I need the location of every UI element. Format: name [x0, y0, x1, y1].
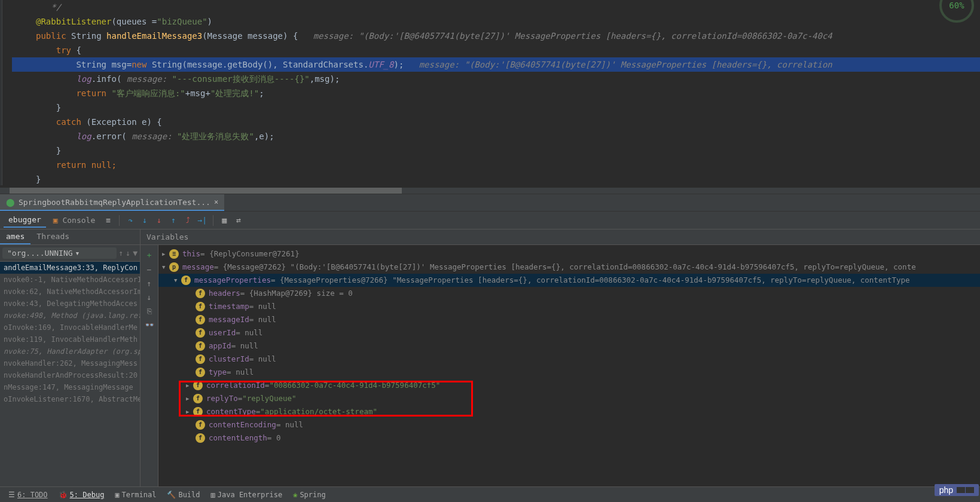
frames-list[interactable]: andleEmailMessage3:33, ReplyConnvoke0:-1… [0, 262, 140, 489]
code-line: log.info( message: "---consumer接收到消息----… [12, 72, 980, 86]
variables-tree[interactable]: ▶ ≡this = {ReplyConsumer@7261} ▼ pmessag… [158, 245, 980, 489]
chevron-down-icon: ▾ [75, 249, 80, 258]
variable-row[interactable]: ▶ freplyTo = "replyQueue" [158, 392, 980, 405]
test-icon: ⬤ [6, 198, 15, 207]
frame-row[interactable]: andleEmailMessage3:33, ReplyCon [0, 262, 140, 274]
trace-icon[interactable]: ⇄ [233, 215, 245, 226]
field-icon: f [193, 381, 203, 390]
field-icon: f [196, 341, 205, 351]
thread-dropdown[interactable]: "org....UNNING ▾ [2, 247, 117, 259]
debugger-tab[interactable]: ebugger [4, 213, 46, 228]
variable-row[interactable]: ▶ fcontentType = "application/octet-stre… [158, 405, 980, 418]
build-button[interactable]: 🔨 Build [163, 489, 203, 500]
step-out-icon[interactable]: ↑ [167, 215, 179, 226]
param-icon: p [169, 262, 179, 272]
remove-watch-icon[interactable]: − [147, 265, 152, 274]
vars-toolbar: ＋ − ↑ ↓ ⎘ 👓 [141, 245, 158, 489]
variable-row[interactable]: fuserId = null [158, 326, 980, 339]
close-icon[interactable]: × [214, 198, 218, 206]
field-icon: f [193, 407, 203, 417]
field-icon: f [196, 354, 205, 364]
bug-icon: 🐞 [59, 491, 68, 499]
frame-row[interactable]: oInvoke:169, InvocableHandlerMe [0, 322, 140, 333]
threads-tab[interactable]: Threads [30, 229, 75, 244]
frames-panel: ames Threads "org....UNNING ▾ ↑ ↓ ▼ andl… [0, 229, 141, 489]
code-line: return "客户端响应消息:"+msg+"处理完成!"; [12, 86, 980, 100]
variable-row[interactable]: fmessageId = null [158, 313, 980, 326]
prev-frame-icon[interactable]: ↑ [119, 249, 124, 258]
evaluate-icon[interactable]: ▦ [218, 215, 230, 226]
filter-icon[interactable]: ▼ [133, 249, 138, 258]
php-watermark: php [935, 484, 979, 496]
terminal-icon: ▣ [115, 491, 119, 499]
statusbar: ☰ 6: TODO 🐞 5: Debug ▣ Terminal 🔨 Build … [0, 486, 980, 502]
variable-row[interactable]: ftype = null [158, 366, 980, 379]
equals-icon: ≡ [169, 249, 179, 259]
field-icon: f [181, 276, 191, 285]
variable-row-selected[interactable]: ▼ fmessageProperties = {MessagePropertie… [158, 274, 980, 287]
spring-icon: ❀ [293, 491, 297, 499]
spring-button[interactable]: ❀ Spring [289, 489, 329, 500]
variable-row[interactable]: ▼ pmessage = {Message@7262} "(Body:'[B@6… [158, 261, 980, 274]
code-line: @RabbitListener(queues ="bizQueue") [12, 14, 980, 29]
code-line: */ [12, 0, 980, 14]
code-line: public String handleEmailMessage3(Messag… [12, 29, 980, 43]
variables-panel: Variables ＋ − ↑ ↓ ⎘ 👓 ▶ ≡this = {ReplyCo… [141, 229, 980, 489]
frame-row[interactable]: nvoke:75, HandlerAdapter (org.spr [0, 345, 140, 357]
add-watch-icon[interactable]: ＋ [145, 250, 153, 261]
frame-row[interactable]: oInvokeListener:1670, AbstractMe [0, 393, 140, 405]
frame-row[interactable]: nvoke:119, InvocableHandlerMeth [0, 333, 140, 345]
todo-icon: ☰ [8, 491, 15, 499]
code-line: } [12, 100, 980, 115]
drop-frame-icon[interactable]: ⤴ [182, 215, 194, 226]
frame-row[interactable]: nMessage:147, MessagingMessage [0, 381, 140, 393]
frame-row[interactable]: nvokeHandlerAndProcessResult:20 [0, 369, 140, 381]
debug-button[interactable]: 🐞 5: Debug [55, 489, 108, 500]
code-line: } [12, 143, 980, 158]
force-step-into-icon[interactable]: ↓ [153, 215, 165, 226]
frame-row[interactable]: nvoke:43, DelegatingMethodAcces [0, 298, 140, 310]
run-config-tab[interactable]: ⬤ SpringbootRabbitmqReplyApplicationTest… [0, 194, 224, 211]
field-icon: f [196, 289, 205, 298]
code-editor[interactable]: */ @RabbitListener(queues ="bizQueue") p… [0, 0, 980, 185]
up-icon[interactable]: ↑ [147, 279, 152, 288]
variable-row[interactable]: fcontentEncoding = null [158, 418, 980, 431]
frame-row[interactable]: nvoke:62, NativeMethodAccessorIm [0, 286, 140, 298]
field-icon: f [196, 328, 205, 338]
step-into-icon[interactable]: ↓ [139, 215, 151, 226]
variable-row[interactable]: fappId = null [158, 339, 980, 353]
editor-scrollbar[interactable] [0, 188, 980, 194]
run-to-cursor-icon[interactable]: →| [196, 215, 208, 226]
frame-row[interactable]: nvokeHandler:262, MessagingMess [0, 357, 140, 369]
javaee-button[interactable]: ▥ Java Enterprise [207, 489, 286, 500]
variable-row[interactable]: fcontentLength = 0 [158, 431, 980, 445]
frames-tab[interactable]: ames [0, 229, 30, 244]
frame-row[interactable]: nvoke0:-1, NativeMethodAccessorI [0, 274, 140, 286]
terminal-button[interactable]: ▣ Terminal [111, 489, 160, 500]
variable-row[interactable]: fclusterId = null [158, 353, 980, 366]
variable-row[interactable]: ▶ ≡this = {ReplyConsumer@7261} [158, 247, 980, 261]
field-icon: f [196, 315, 205, 325]
console-tab[interactable]: ▣ Console [48, 213, 100, 227]
watches-icon[interactable]: 👓 [145, 320, 154, 329]
field-icon: f [196, 420, 205, 430]
field-icon: f [196, 302, 205, 311]
frame-row[interactable]: nvoke:498, Method (java.lang.refle [0, 310, 140, 322]
variable-row[interactable]: ftimestamp = null [158, 300, 980, 313]
code-line: return null; [12, 158, 980, 172]
hammer-icon: 🔨 [167, 491, 176, 499]
next-frame-icon[interactable]: ↓ [126, 249, 130, 258]
down-icon[interactable]: ↓ [147, 293, 152, 302]
copy-icon[interactable]: ⎘ [147, 307, 152, 316]
layout-icon[interactable]: ≡ [102, 215, 114, 226]
field-icon: f [196, 368, 205, 377]
step-over-icon[interactable]: ↷ [124, 215, 136, 226]
run-config-label: SpringbootRabbitmqReplyApplicationTest..… [19, 198, 210, 207]
variable-row[interactable]: fheaders = {HashMap@7269} size = 0 [158, 287, 980, 300]
code-line: } [12, 172, 980, 185]
code-line: try { [12, 43, 980, 57]
code-line-current: String msg=new String(message.getBody(),… [12, 57, 980, 72]
variable-row[interactable]: ▶ fcorrelationId = "00866302-0a7c-40c4-9… [158, 379, 980, 392]
todo-button[interactable]: ☰ 6: TODO [5, 489, 51, 500]
code-line: log.error( message: "处理业务消息失败",e); [12, 129, 980, 143]
